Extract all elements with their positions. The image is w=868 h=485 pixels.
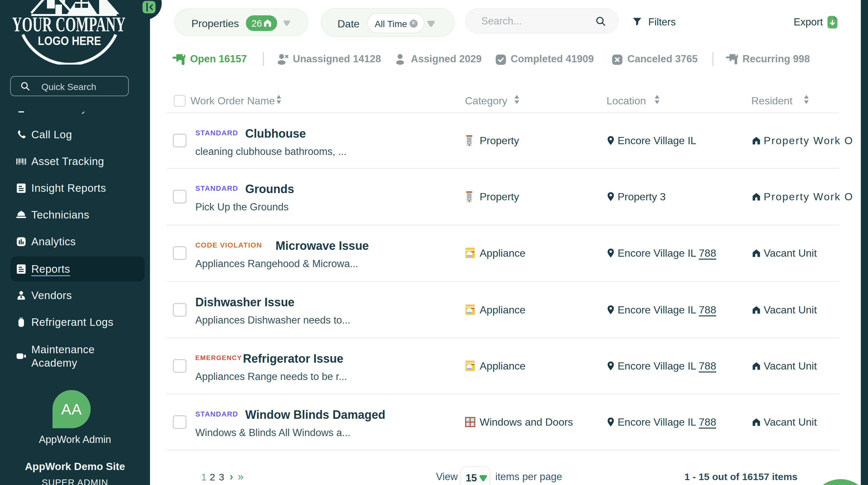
svg-text:LOGO HERE: LOGO HERE <box>38 34 101 48</box>
svg-text:YOUR COMPANY: YOUR COMPANY <box>12 13 126 36</box>
